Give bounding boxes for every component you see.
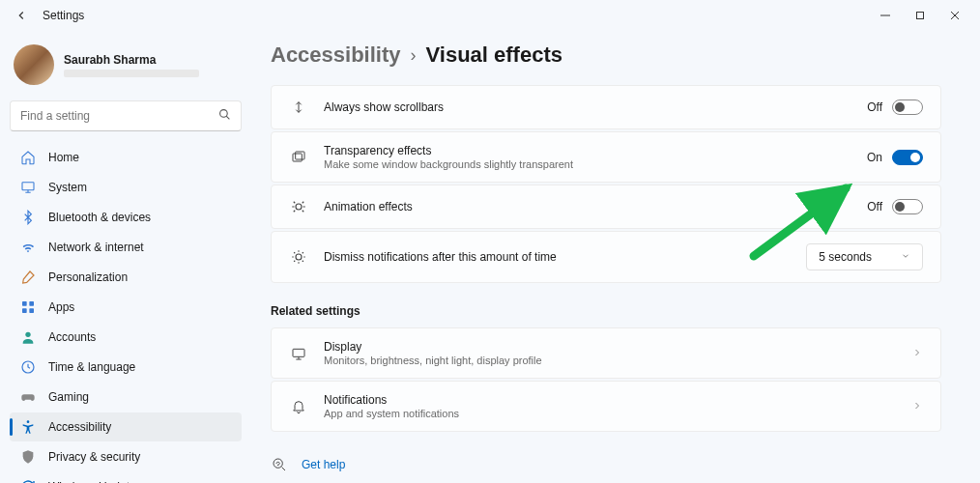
svg-point-13 (296, 254, 302, 260)
sidebar-item-label: Bluetooth & devices (48, 211, 151, 224)
sidebar-item-label: Network & internet (48, 241, 144, 254)
sidebar-item-personalization[interactable]: Personalization (10, 263, 242, 292)
svg-rect-14 (293, 349, 304, 356)
chevron-right-icon: › (411, 45, 417, 66)
home-icon (19, 149, 37, 166)
wifi-icon (19, 239, 37, 256)
update-icon (19, 478, 37, 483)
breadcrumb-current: Visual effects (426, 43, 562, 68)
chevron-down-icon (901, 250, 910, 264)
sidebar-item-label: Accounts (48, 330, 96, 344)
toggle-state-label: On (867, 151, 882, 164)
profile-block[interactable]: Saurabh Sharma (10, 39, 242, 91)
sidebar-item-label: Privacy & security (48, 450, 140, 464)
setting-row[interactable]: Transparency effects Make some window ba… (271, 131, 941, 183)
search-box[interactable] (10, 100, 242, 131)
help-links: Get help Give feedback (271, 453, 941, 483)
toggle-switch[interactable] (892, 99, 923, 115)
related-row[interactable]: Notifications App and system notificatio… (271, 381, 941, 432)
nav-list: HomeSystemBluetooth & devicesNetwork & i… (10, 143, 242, 483)
setting-icon (289, 148, 308, 167)
sidebar-item-home[interactable]: Home (10, 143, 242, 172)
sidebar-item-label: System (48, 181, 87, 194)
related-heading: Related settings (271, 304, 941, 318)
apps-icon (19, 298, 37, 316)
sidebar-item-label: Home (48, 151, 79, 164)
window-controls (868, 2, 972, 29)
sidebar-item-gaming[interactable]: Gaming (10, 383, 242, 412)
main-content: Accessibility › Visual effects Always sh… (251, 31, 980, 483)
setting-title: Animation effects (324, 200, 851, 213)
chevron-right-icon (911, 345, 923, 362)
back-arrow-icon (14, 9, 28, 22)
svg-point-7 (25, 332, 30, 337)
sidebar-item-label: Personalization (48, 270, 128, 284)
svg-point-1 (220, 110, 228, 118)
toggle-state-label: Off (867, 200, 882, 213)
toggle-state-label: Off (867, 100, 882, 114)
svg-rect-6 (29, 308, 34, 313)
system-icon (19, 179, 37, 196)
sidebar-item-apps[interactable]: Apps (10, 293, 242, 322)
svg-rect-5 (22, 308, 27, 313)
maximize-icon (915, 11, 925, 20)
setting-subtitle: Make some window backgrounds slightly tr… (324, 158, 851, 170)
sidebar-item-time-language[interactable]: Time & language (10, 353, 242, 382)
settings-list: Always show scrollbars Off Transparency … (271, 85, 941, 283)
titlebar: Settings (0, 0, 980, 31)
close-button[interactable] (937, 2, 972, 29)
svg-rect-4 (29, 301, 34, 306)
minimize-icon (880, 11, 890, 20)
dismiss-time-select[interactable]: 5 seconds (806, 243, 923, 270)
sidebar-item-accessibility[interactable]: Accessibility (10, 412, 242, 441)
chevron-right-icon (911, 398, 923, 415)
toggle-switch[interactable] (892, 199, 923, 214)
person-icon (19, 328, 37, 346)
sidebar-item-label: Accessibility (48, 420, 111, 434)
sidebar-item-label: Time & language (48, 360, 135, 374)
svg-rect-0 (917, 13, 924, 19)
breadcrumb-parent[interactable]: Accessibility (271, 43, 401, 68)
help-icon (271, 457, 288, 472)
sidebar-item-network-internet[interactable]: Network & internet (10, 233, 242, 262)
sidebar-item-system[interactable]: System (10, 173, 242, 202)
svg-point-15 (274, 459, 282, 468)
sidebar-item-label: Gaming (48, 390, 89, 404)
shield-icon (19, 448, 37, 466)
sidebar-item-accounts[interactable]: Accounts (10, 323, 242, 352)
sidebar-item-windows-update[interactable]: Windows Update (10, 472, 242, 483)
setting-icon (289, 247, 308, 267)
related-title: Notifications (324, 393, 896, 407)
close-icon (950, 11, 960, 20)
toggle-switch[interactable] (892, 150, 923, 165)
window-title: Settings (43, 9, 84, 22)
minimize-button[interactable] (868, 2, 903, 29)
avatar (14, 44, 54, 85)
setting-title: Dismiss notifications after this amount … (324, 250, 791, 264)
profile-email-placeholder (64, 70, 199, 77)
setting-icon (289, 98, 308, 117)
sidebar-item-bluetooth-devices[interactable]: Bluetooth & devices (10, 203, 242, 232)
brush-icon (19, 269, 37, 286)
related-title: Display (324, 340, 896, 354)
svg-rect-2 (22, 183, 34, 190)
profile-name: Saurabh Sharma (64, 53, 199, 67)
svg-point-9 (27, 420, 30, 423)
search-input[interactable] (20, 109, 218, 123)
setting-row[interactable]: Dismiss notifications after this amount … (271, 231, 941, 283)
related-row[interactable]: Display Monitors, brightness, night ligh… (271, 327, 941, 379)
svg-rect-11 (296, 152, 304, 159)
accessibility-icon (19, 418, 37, 436)
search-icon (218, 107, 231, 125)
setting-row[interactable]: Always show scrollbars Off (271, 85, 941, 129)
setting-title: Always show scrollbars (324, 100, 851, 114)
setting-row[interactable]: Animation effects Off (271, 185, 941, 229)
related-list: Display Monitors, brightness, night ligh… (271, 327, 941, 432)
clock-icon (19, 358, 37, 376)
game-icon (19, 388, 37, 406)
sidebar-item-privacy-security[interactable]: Privacy & security (10, 442, 242, 471)
back-button[interactable] (8, 2, 35, 29)
maximize-button[interactable] (903, 2, 937, 29)
related-icon (289, 397, 308, 416)
get-help-link[interactable]: Get help (302, 458, 345, 471)
